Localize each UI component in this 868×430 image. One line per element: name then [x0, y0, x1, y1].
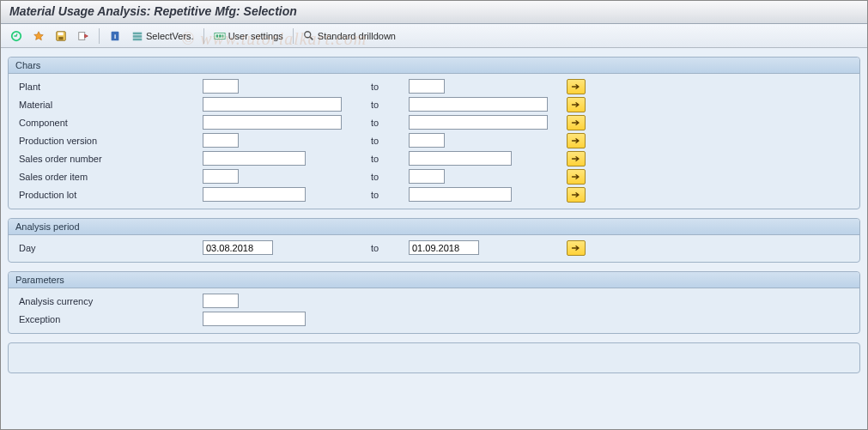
group-chars-title: Chars — [9, 58, 859, 74]
label-component: Component — [14, 118, 203, 128]
input-material-to[interactable] — [409, 97, 548, 112]
svg-rect-8 — [133, 35, 143, 38]
select-version-button[interactable]: SelectVers. — [127, 27, 198, 45]
selection-screen: Chars PlanttoMaterialtoComponenttoProduc… — [1, 48, 867, 430]
to-label: to — [357, 118, 409, 128]
input-day-to[interactable] — [409, 240, 479, 255]
input-sales_order_number-to[interactable] — [409, 151, 512, 166]
label-material: Material — [14, 100, 203, 110]
input-production_version-from[interactable] — [203, 133, 239, 148]
row-production_lot: Production lotto — [9, 185, 859, 203]
group-parameters-title: Parameters — [9, 272, 859, 288]
toolbar-separator — [203, 28, 204, 44]
input-analysis-currency[interactable] — [203, 294, 239, 308]
input-sales_order_number-from[interactable] — [203, 151, 306, 166]
user-settings-label: User settings — [228, 31, 283, 41]
to-label: to — [357, 172, 409, 182]
multi-select-component-button[interactable] — [567, 115, 586, 130]
user-settings-button[interactable]: User settings — [209, 27, 288, 45]
input-component-to[interactable] — [409, 115, 548, 130]
to-label: to — [357, 190, 409, 200]
row-sales_order_number: Sales order numberto — [9, 149, 859, 167]
multi-select-sales_order_number-button[interactable] — [567, 151, 586, 167]
label-production_lot: Production lot — [14, 190, 203, 200]
page-title: Material Usage Analysis: Repetitive Mfg:… — [1, 1, 867, 24]
label-analysis-currency: Analysis currency — [14, 296, 203, 306]
row-day: Day to — [9, 239, 859, 257]
input-plant-to[interactable] — [409, 79, 445, 94]
input-day-from[interactable] — [203, 240, 273, 255]
input-component-from[interactable] — [203, 115, 342, 130]
svg-rect-13 — [222, 34, 223, 38]
row-production_version: Production versionto — [9, 131, 859, 149]
select-version-label: SelectVers. — [146, 31, 194, 41]
empty-group — [8, 342, 860, 373]
svg-rect-12 — [219, 34, 222, 38]
svg-rect-7 — [133, 32, 143, 34]
row-analysis-currency: Analysis currency — [9, 292, 859, 310]
info-button[interactable]: i — [105, 27, 125, 45]
multi-select-day-button[interactable] — [567, 240, 586, 256]
svg-rect-11 — [215, 34, 218, 38]
to-label: to — [357, 136, 409, 146]
multi-select-sales_order_item-button[interactable] — [567, 169, 586, 185]
group-analysis-period-title: Analysis period — [9, 219, 859, 235]
label-exception: Exception — [14, 314, 203, 324]
multi-select-material-button[interactable] — [567, 97, 586, 112]
svg-rect-9 — [133, 38, 143, 40]
input-production_lot-from[interactable] — [203, 187, 306, 202]
save-button[interactable] — [51, 27, 71, 45]
to-label: to — [357, 154, 409, 164]
input-sales_order_item-from[interactable] — [203, 169, 239, 184]
input-production_lot-to[interactable] — [409, 187, 512, 202]
standard-drilldown-label: Standard drilldown — [318, 31, 396, 41]
group-chars: Chars PlanttoMaterialtoComponenttoProduc… — [8, 57, 860, 209]
toolbar-separator — [99, 28, 100, 44]
svg-rect-2 — [58, 32, 64, 35]
input-material-from[interactable] — [203, 97, 342, 112]
standard-drilldown-button[interactable]: Standard drilldown — [299, 27, 400, 45]
svg-rect-3 — [58, 36, 63, 39]
row-plant: Plantto — [9, 77, 859, 95]
multi-select-production_lot-button[interactable] — [567, 187, 586, 203]
row-exception: Exception — [9, 310, 859, 328]
label-day: Day — [14, 243, 203, 253]
row-sales_order_item: Sales order itemto — [9, 167, 859, 185]
label-sales_order_item: Sales order item — [14, 172, 203, 182]
row-material: Materialto — [9, 95, 859, 113]
to-label: to — [357, 82, 409, 92]
to-label: to — [357, 100, 409, 110]
to-label: to — [357, 243, 409, 253]
multi-select-production_version-button[interactable] — [567, 133, 586, 148]
execute-button[interactable] — [6, 27, 27, 45]
input-production_version-to[interactable] — [409, 133, 445, 148]
label-sales_order_number: Sales order number — [14, 154, 203, 164]
get-variant-button[interactable] — [28, 27, 49, 45]
label-production_version: Production version — [14, 136, 203, 146]
goto-button[interactable] — [73, 27, 94, 45]
svg-text:i: i — [114, 32, 116, 39]
row-component: Componentto — [9, 113, 859, 131]
multi-select-plant-button[interactable] — [567, 79, 586, 94]
svg-point-14 — [305, 31, 311, 37]
input-exception[interactable] — [203, 312, 306, 326]
group-parameters: Parameters Analysis currency Exception — [8, 271, 860, 334]
group-analysis-period: Analysis period Day to — [8, 218, 860, 263]
toolbar-separator — [293, 28, 294, 44]
application-toolbar: i SelectVers. User settings Standard dri… — [1, 24, 867, 48]
input-sales_order_item-to[interactable] — [409, 169, 445, 184]
label-plant: Plant — [14, 82, 203, 92]
input-plant-from[interactable] — [203, 79, 239, 94]
svg-rect-4 — [79, 32, 85, 39]
